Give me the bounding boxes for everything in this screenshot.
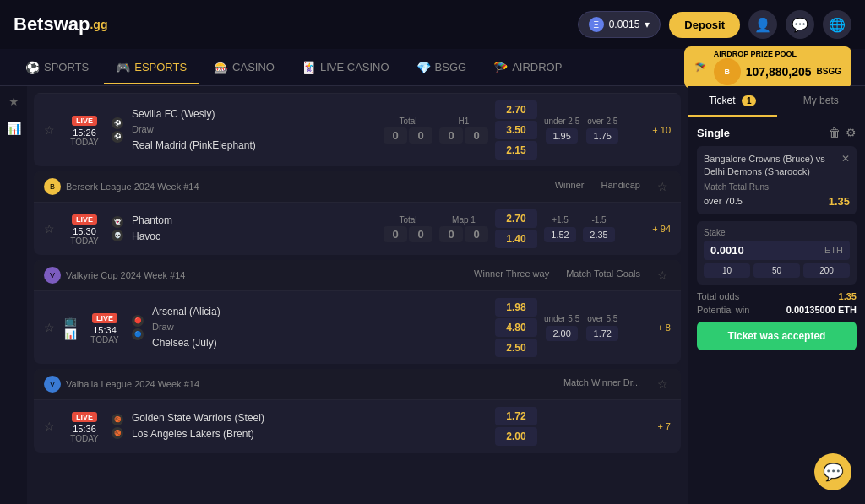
tv-icon[interactable]: 📺 (64, 315, 78, 327)
deposit-button[interactable]: Deposit (669, 12, 740, 38)
league-name-valhalla: Valhalla League 2024 Week #14 (66, 379, 199, 389)
chat-fab-button[interactable]: 💬 (814, 453, 851, 490)
user-icon[interactable]: 👤 (748, 10, 777, 39)
favorite-warriors[interactable]: ☆ (44, 420, 57, 433)
odd-btn-phantom1[interactable]: 2.70 (495, 209, 537, 228)
odd-arsenal-2[interactable]: 4.80 (495, 318, 537, 337)
odd-warriors-1[interactable]: 1.72 (495, 407, 537, 425)
chelsea-icon: 🔵 (132, 328, 144, 340)
under-btn[interactable]: 1.95 (546, 128, 578, 144)
live-badge-phantom: LIVE (72, 214, 97, 225)
team-icons-phantom: 👻 💀 (112, 216, 125, 241)
chevron-down-icon: ▾ (645, 19, 650, 30)
odd-arsenal-1[interactable]: 1.98 (495, 298, 537, 317)
team1-name: Sevilla FC (Wesly) (132, 106, 377, 122)
ticket-actions: 🗑 ⚙ (829, 126, 857, 139)
time-arsenal: 15:34 (84, 325, 125, 335)
section-cols-v: Winner Three way Match Total Goals ☆ (474, 268, 671, 282)
more-odds-phantom[interactable]: + 94 (644, 224, 671, 234)
team-icons-arsenal: 🔴 🔵 (132, 315, 145, 340)
nav-item-airdrop[interactable]: 🪂 AIRDROP (481, 56, 574, 79)
settings-ticket-button[interactable]: ⚙ (846, 126, 857, 139)
delete-ticket-button[interactable]: 🗑 (829, 126, 841, 139)
favorite-sevilla[interactable]: ☆ (44, 123, 57, 137)
tab-my-bets[interactable]: My bets (777, 86, 866, 117)
under-label: under 2.5 (544, 117, 579, 126)
airdrop-prize-badge[interactable]: 🪂 AIRDROP PRIZE POOL B 107,880,205 BSGG (684, 46, 851, 89)
bsgg-icon: 💎 (416, 61, 431, 74)
tab-my-bets-label: My bets (803, 95, 839, 106)
nav-item-live-casino[interactable]: 🃏 LIVE CASINO (290, 56, 401, 79)
odd-btn-phantom2[interactable]: 1.40 (495, 230, 537, 248)
section-star[interactable]: ☆ (657, 180, 671, 193)
total-odds-row: Total odds 1.35 (697, 291, 857, 301)
chat-icon[interactable]: 💬 (786, 10, 814, 39)
main-odds-sevilla: 2.70 3.50 2.15 (495, 100, 537, 160)
match-time-sevilla: LIVE 15:26 TODAY (64, 114, 105, 147)
nav-item-esports[interactable]: 🎮 ESPORTS (104, 56, 199, 79)
team-icons-warriors: 🏀 🏀 (112, 414, 125, 439)
section-header-berserk: B Berserk League 2024 Week #14 Winner Ha… (34, 171, 681, 202)
league-icon-valhalla: V (44, 376, 61, 393)
odd-btn-1[interactable]: 2.70 (495, 100, 537, 119)
more-odds-warriors[interactable]: + 7 (644, 421, 671, 431)
section-header-valhalla: V Valhalla League 2024 Week #14 Match Wi… (34, 369, 681, 399)
odd-warriors-2[interactable]: 2.00 (495, 427, 537, 446)
bet-item: Bangalore Crowns (Bruce) vs Delhi Demons… (697, 146, 857, 214)
globe-icon[interactable]: 🌐 (823, 10, 851, 39)
tab-ticket[interactable]: Ticket 1 (688, 86, 777, 117)
handi-plus-btn[interactable]: 1.52 (544, 227, 576, 242)
stake-section: Stake 0.0010 ETH 10 50 200 (697, 221, 857, 285)
nav-item-sports[interactable]: ⚽ SPORTS (14, 56, 101, 79)
preset-10[interactable]: 10 (704, 263, 750, 278)
ticket-tabs: Ticket 1 My bets (688, 86, 865, 117)
over-label: over 2.5 (587, 117, 617, 126)
sidebar-star-icon[interactable]: ★ (8, 95, 19, 108)
more-odds-sevilla[interactable]: + 10 (644, 125, 671, 135)
odd-btn-3[interactable]: 2.15 (495, 141, 537, 160)
total-label-p: Total (399, 215, 416, 225)
logo-suffix: .gg (90, 18, 107, 31)
team2-warriors: Los Angeles Lakers (Brent) (132, 426, 307, 442)
nav-label-live-casino: LIVE CASINO (320, 61, 389, 73)
ticket-type-label: Single (697, 127, 730, 139)
time-day: TODAY (64, 138, 105, 147)
favorite-phantom[interactable]: ☆ (44, 222, 57, 236)
odd-btn-2[interactable]: 3.50 (495, 121, 537, 139)
col-total-goals: Match Total Goals (566, 268, 640, 282)
over-btn[interactable]: 1.75 (586, 128, 618, 144)
nav-item-bsgg[interactable]: 💎 BSGG (405, 56, 479, 79)
under-col: under 2.5 1.95 (544, 117, 579, 144)
under-btn-a[interactable]: 2.00 (546, 326, 578, 341)
preset-200[interactable]: 200 (803, 263, 850, 278)
section-star-v[interactable]: ☆ (657, 268, 671, 282)
score2-phantom: 0 (409, 226, 432, 242)
sidebar-chart-icon[interactable]: 📊 (7, 122, 21, 135)
favorite-arsenal[interactable]: ☆ (44, 321, 57, 334)
section-star-vh[interactable]: ☆ (657, 377, 671, 391)
match-time-arsenal: LIVE 15:34 TODAY (84, 312, 125, 344)
nav-label-esports: ESPORTS (134, 61, 187, 73)
main-odds-arsenal: 1.98 4.80 2.50 (495, 298, 537, 357)
time-warriors: 15:36 (64, 424, 105, 434)
preset-50[interactable]: 50 (753, 263, 800, 278)
phantom-icon: 👻 (112, 216, 123, 228)
teams-warriors: Golden State Warriors (Steel) Los Angele… (132, 410, 307, 442)
more-odds-arsenal[interactable]: + 8 (644, 322, 671, 333)
lakers-icon: 🏀 (112, 427, 123, 439)
main-odds-warriors: 1.72 2.00 (495, 407, 537, 446)
col-handicap: Handicap (601, 180, 640, 193)
league-name-valkyrie: Valkyrie Cup 2024 Week #14 (66, 270, 185, 280)
over-btn-a[interactable]: 1.72 (586, 326, 618, 341)
sidebar-small-icons: 📺 📊 (64, 315, 78, 340)
close-bet-button[interactable]: ✕ (841, 153, 850, 165)
balance-button[interactable]: Ξ 0.0015 ▾ (578, 11, 661, 38)
potential-win-value: 0.00135000 ETH (786, 305, 857, 315)
handi-minus-btn[interactable]: 2.35 (583, 227, 615, 242)
odd-arsenal-3[interactable]: 2.50 (495, 339, 537, 357)
tab-ticket-label: Ticket (709, 95, 736, 106)
nav-item-casino[interactable]: 🎰 CASINO (202, 56, 286, 79)
ticket-accepted-button[interactable]: Ticket was accepted (697, 322, 857, 350)
ticket-panel: Ticket 1 My bets Single 🗑 ⚙ Bangalore Cr… (688, 86, 865, 504)
chart-icon-s[interactable]: 📊 (64, 328, 78, 340)
